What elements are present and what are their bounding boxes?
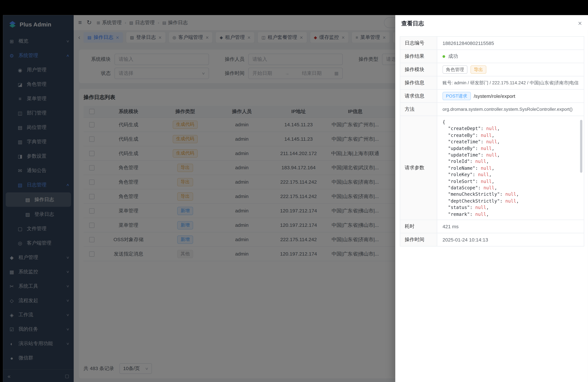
- json-line: "createDept": null,: [442, 126, 519, 132]
- json-line: "updateBy": null,: [442, 146, 519, 152]
- drawer-row-label: 请求参数: [400, 116, 437, 220]
- log-detail-table: 日志编号1882612840802115585操作结果成功操作模块角色管理导出操…: [400, 36, 584, 246]
- json-key: "remark": [448, 212, 470, 217]
- drawer-title: 查看日志: [401, 20, 424, 27]
- json-key: "updateTime": [448, 152, 481, 157]
- json-key: "createBy": [448, 133, 475, 138]
- drawer-row-label: 操作时间: [400, 233, 437, 246]
- json-line: "menuCheckStrictly": null,: [442, 191, 519, 198]
- json-key: "roleId": [448, 159, 470, 164]
- drawer-row: 方法org.dromara.system.controller.system.S…: [400, 103, 584, 116]
- json-line: "createBy": null,: [442, 132, 519, 139]
- drawer-row: 日志编号1882612840802115585: [400, 37, 584, 50]
- drawer-row: 操作信息账号: admin / 研发部门 / 222.175.114.242 /…: [400, 76, 584, 89]
- json-value: null: [481, 166, 492, 171]
- drawer-row-value: { "createDept": null, "createBy": null, …: [437, 116, 584, 220]
- drawer-row: 耗时421 ms: [400, 220, 584, 233]
- json-line: "status": null,: [442, 205, 519, 211]
- module-tag: 导出: [470, 65, 486, 74]
- json-line: "roleKey": null,: [442, 172, 519, 178]
- json-value: null: [505, 192, 516, 197]
- json-key: "dataScope": [448, 185, 478, 191]
- drawer-row: 操作时间2025-01-24 10:14:13: [400, 233, 584, 246]
- drawer-row-value: 成功: [437, 50, 584, 63]
- json-value: null: [505, 198, 516, 204]
- json-line: "deptCheckStrictly": null,: [442, 198, 519, 205]
- json-line: "remark": null,: [442, 211, 519, 218]
- json-key: "roleSort": [448, 179, 475, 184]
- drawer-row-value: 角色管理导出: [437, 63, 584, 76]
- drawer-row-label: 请求信息: [400, 89, 437, 103]
- drawer-row-value: org.dromara.system.controller.system.Sys…: [437, 103, 584, 116]
- drawer-row-label: 耗时: [400, 220, 437, 233]
- drawer-row-label: 操作信息: [400, 76, 437, 89]
- json-value: null: [478, 172, 489, 177]
- drawer-row: 请求参数{ "createDept": null, "createBy": nu…: [400, 116, 584, 220]
- view-log-drawer: 查看日志 × 日志编号1882612840802115585操作结果成功操作模块…: [395, 15, 588, 382]
- drawer-row-value: 421 ms: [437, 220, 584, 233]
- json-key: "roleName": [448, 166, 475, 171]
- json-value: null: [475, 212, 486, 217]
- json-line: "createTime": null,: [442, 139, 519, 146]
- json-value: null: [475, 205, 486, 210]
- json-value: null: [483, 185, 494, 191]
- json-line: "roleSort": null,: [442, 178, 519, 185]
- drawer-row: 操作模块角色管理导出: [400, 63, 584, 76]
- scrollbar-thumb[interactable]: [580, 120, 582, 173]
- request-path: /system/role/export: [474, 93, 515, 99]
- json-value: null: [481, 146, 492, 151]
- module-tag: 角色管理: [442, 65, 467, 74]
- json-key: "createTime": [448, 139, 481, 145]
- json-key: "deptCheckStrictly": [448, 198, 500, 204]
- drawer-row-value: 2025-01-24 10:14:13: [437, 233, 584, 246]
- request-params-code: { "createDept": null, "createBy": null, …: [442, 119, 519, 218]
- drawer-row-label: 方法: [400, 103, 437, 116]
- json-line: "dataScope": null,: [442, 185, 519, 191]
- json-value: null: [481, 179, 492, 184]
- json-key: "updateBy": [448, 146, 475, 151]
- json-value: null: [481, 133, 492, 138]
- status-text: 成功: [448, 53, 458, 60]
- drawer-row-label: 操作结果: [400, 50, 437, 63]
- drawer-row: 操作结果成功: [400, 50, 584, 63]
- status-dot: [442, 55, 445, 58]
- drawer-header: 查看日志 ×: [395, 15, 588, 32]
- drawer-row-value: POST请求/system/role/export: [437, 89, 584, 103]
- json-key: "roleKey": [448, 172, 473, 177]
- request-method-tag: POST请求: [442, 92, 471, 100]
- json-value: null: [486, 139, 497, 145]
- json-line: "updateTime": null,: [442, 152, 519, 158]
- json-open-brace: {: [442, 119, 519, 126]
- drawer-row-value: 账号: admin / 研发部门 / 222.175.114.242 / 中国|…: [437, 76, 584, 89]
- json-value: null: [486, 152, 497, 157]
- drawer-row-value: 1882612840802115585: [437, 37, 584, 49]
- viewport: Plus Admin ⊞概览∨⚙系统管理∧◉用户管理◪角色管理≡菜单管理◫部门管…: [0, 0, 588, 382]
- json-value: null: [486, 126, 497, 131]
- json-line: "roleId": null,: [442, 158, 519, 165]
- drawer-row: 请求信息POST请求/system/role/export: [400, 89, 584, 103]
- json-line: "roleName": null,: [442, 165, 519, 172]
- json-key: "status": [448, 205, 470, 210]
- json-key: "createDept": [448, 126, 481, 131]
- json-value: null: [475, 159, 486, 164]
- close-icon[interactable]: ×: [578, 20, 582, 27]
- drawer-row-label: 日志编号: [400, 37, 437, 49]
- json-key: "menuCheckStrictly": [448, 192, 500, 197]
- drawer-row-label: 操作模块: [400, 63, 437, 76]
